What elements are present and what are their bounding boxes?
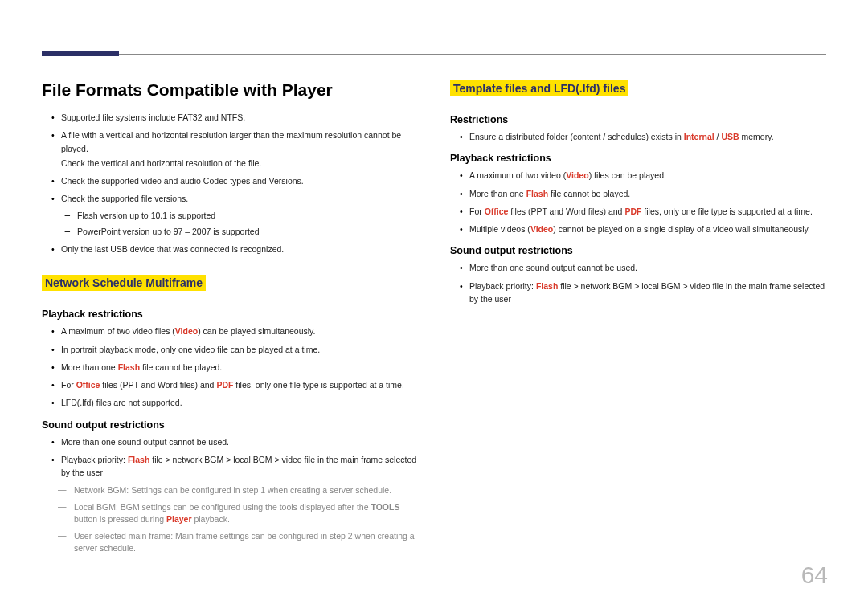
section-network-schedule: Network Schedule Multiframe <box>42 275 206 291</box>
list-item: Check the supported file versions.Flash … <box>61 192 418 238</box>
page-number: 64 <box>801 562 828 589</box>
list-item: Local BGM: BGM settings can be configure… <box>74 501 418 525</box>
list-item: Supported file systems include FAT32 and… <box>61 111 418 124</box>
header-rule <box>119 54 826 55</box>
longdash-list: Network BGM: Settings can be configured … <box>61 484 418 555</box>
list-item: A maximum of two video (Video) files can… <box>469 169 826 182</box>
list-item: Check the supported video and audio Code… <box>61 174 418 187</box>
list-item: Multiple videos (Video) cannot be played… <box>469 223 826 235</box>
list-item: LFD(.lfd) files are not supported. <box>61 396 418 409</box>
section-template-files: Template files and LFD(.lfd) files <box>450 80 628 96</box>
list-item: Only the last USB device that was connec… <box>61 243 418 255</box>
list-item: A file with a vertical and horizontal re… <box>61 129 418 170</box>
content-columns: File Formats Compatible with Player Supp… <box>42 80 826 560</box>
playback-restrictions-list: A maximum of two video files (Video) can… <box>42 325 418 409</box>
list-item: Network BGM: Settings can be configured … <box>74 484 418 497</box>
list-item: In portrait playback mode, only one vide… <box>61 343 418 356</box>
list-item: More than one Flash file cannot be playe… <box>469 187 826 200</box>
playback-restrictions-list-2: A maximum of two video (Video) files can… <box>450 169 826 235</box>
left-column: File Formats Compatible with Player Supp… <box>42 80 418 560</box>
list-item: User-selected main frame: Main frame set… <box>74 530 418 554</box>
subhead-sound-output: Sound output restrictions <box>42 419 418 431</box>
sound-output-list-2: More than one sound output cannot be use… <box>450 261 826 305</box>
subhead-playback-restrictions: Playback restrictions <box>42 309 418 320</box>
subhead-playback-restrictions-2: Playback restrictions <box>450 153 826 164</box>
list-item: Ensure a distributed folder (content / s… <box>469 130 826 143</box>
list-item: A maximum of two video files (Video) can… <box>61 325 418 337</box>
top-bullet-list: Supported file systems include FAT32 and… <box>42 111 418 255</box>
list-item: More than one sound output cannot be use… <box>61 435 418 448</box>
list-item: PowerPoint version up to 97 – 2007 is su… <box>77 225 418 238</box>
page-title: File Formats Compatible with Player <box>42 80 418 100</box>
list-item: More than one Flash file cannot be playe… <box>61 361 418 374</box>
list-item-note: Check the vertical and horizontal resolu… <box>61 157 418 170</box>
sound-output-list: More than one sound output cannot be use… <box>42 435 418 555</box>
header-accent-bar <box>42 51 119 56</box>
list-item: Playback priority: Flash file > network … <box>469 280 826 306</box>
list-item: For Office files (PPT and Word files) an… <box>61 378 418 391</box>
list-item: More than one sound output cannot be use… <box>469 261 826 274</box>
subhead-restrictions: Restrictions <box>450 114 826 125</box>
list-item: Playback priority: Flash file > network … <box>61 453 418 555</box>
list-item: Flash version up to 10.1 is supported <box>77 209 418 222</box>
restrictions-list: Ensure a distributed folder (content / s… <box>450 130 826 143</box>
right-column: Template files and LFD(.lfd) files Restr… <box>450 80 826 560</box>
list-item: For Office files (PPT and Word files) an… <box>469 205 826 218</box>
dash-list: Flash version up to 10.1 is supportedPow… <box>61 209 418 239</box>
subhead-sound-output-2: Sound output restrictions <box>450 245 826 256</box>
